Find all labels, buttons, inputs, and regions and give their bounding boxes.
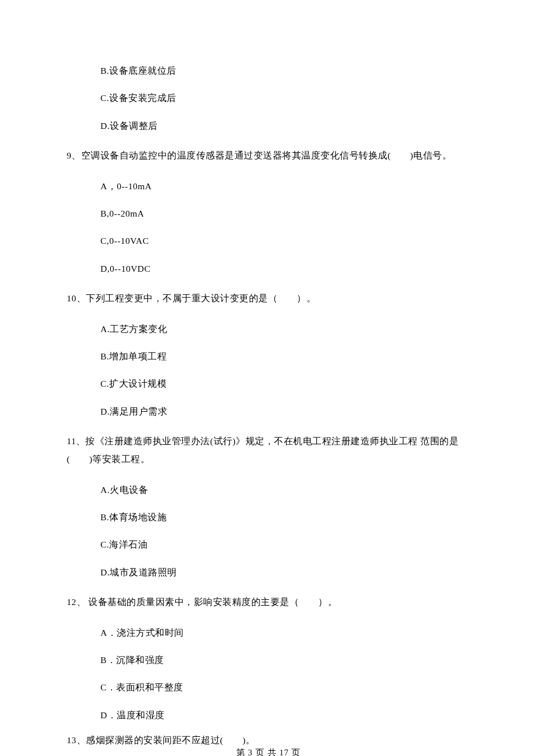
q10-stem: 10、下列工程变更中，不属于重大设计变更的是（ ）。 (67, 289, 470, 307)
q9-stem: 9、空调设备自动监控中的温度传感器是通过变送器将其温度变化信号转换成( )电信号… (67, 146, 470, 164)
q9-option-b: B,0--20mA (67, 207, 470, 220)
q11-stem: 11、按《注册建造师执业管理办法(试行)》规定，不在机电工程注册建造师执业工程 … (67, 432, 470, 468)
q12-option-a: A．浇注方式和时间 (67, 626, 470, 639)
q9-option-c: C,0--10VAC (67, 234, 470, 247)
q8-option-c: C.设备安装完成后 (67, 91, 470, 105)
q10-option-c: C.扩大设计规模 (67, 377, 470, 390)
q9-option-a: A，0--10mA (67, 179, 470, 193)
q9-option-d: D,0--10VDC (67, 262, 470, 275)
q11-option-c: C.海洋石油 (67, 538, 470, 551)
q10-option-d: D.满足用户需求 (67, 405, 470, 418)
q10-option-b: B.增加单项工程 (67, 350, 470, 363)
q12-option-b: B．沉降和强度 (67, 653, 470, 667)
q12-stem: 12、 设备基础的质量因素中，影响安装精度的主要是（ ）。 (67, 593, 470, 611)
q8-option-d: D.设备调整后 (67, 119, 470, 132)
q11-option-b: B.体育场地设施 (67, 510, 470, 524)
q10-option-a: A.工艺方案变化 (67, 322, 470, 336)
page-content: B.设备底座就位后 C.设备安装完成后 D.设备调整后 9、空调设备自动监控中的… (0, 0, 534, 756)
q8-option-b: B.设备底座就位后 (67, 64, 470, 77)
q12-option-d: D．温度和湿度 (67, 708, 470, 722)
q11-option-d: D.城市及道路照明 (67, 566, 470, 579)
q12-option-c: C．表面积和平整度 (67, 681, 470, 694)
q11-option-a: A.火电设备 (67, 483, 470, 496)
